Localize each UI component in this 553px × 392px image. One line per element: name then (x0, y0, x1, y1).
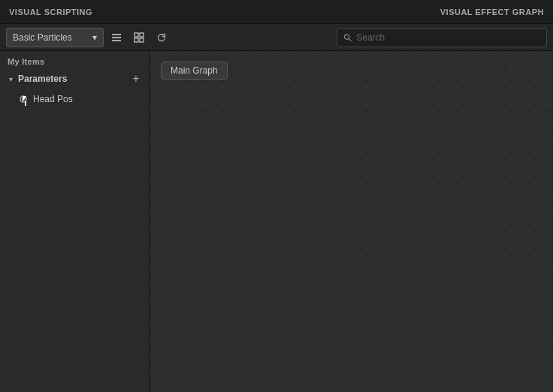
graph-dots-background (150, 51, 553, 392)
layout-icon (134, 32, 144, 43)
header-bar: VISUAL SCRIPTING VISUAL EFFECT GRAPH (0, 0, 553, 24)
particles-dropdown[interactable]: Basic Particles ▾ (6, 28, 104, 47)
search-container (337, 28, 547, 47)
refresh-button[interactable] (152, 28, 171, 47)
svg-rect-2 (112, 40, 121, 41)
graph-area[interactable]: Main Graph (150, 51, 553, 392)
main-graph-tab[interactable]: Main Graph (161, 62, 228, 80)
parameters-group: ▾ Parameters + Head Pos (0, 69, 150, 110)
svg-point-7 (344, 34, 349, 39)
visual-scripting-title: VISUAL SCRIPTING (9, 8, 92, 17)
refresh-icon (156, 32, 167, 43)
main-content: My Items ▾ Parameters + Head Pos (0, 51, 553, 392)
circle-dot-icon (20, 95, 27, 103)
svg-rect-6 (140, 38, 144, 42)
sidebar: My Items ▾ Parameters + Head Pos (0, 51, 150, 392)
svg-rect-3 (134, 33, 138, 37)
list-icon (111, 32, 122, 43)
parameter-icon (18, 94, 29, 104)
svg-line-8 (349, 38, 351, 41)
svg-rect-5 (134, 38, 138, 42)
parameters-label: Parameters (18, 74, 125, 84)
svg-rect-10 (134, 95, 137, 96)
svg-rect-1 (112, 37, 121, 38)
particles-dropdown-select[interactable]: Basic Particles (13, 32, 89, 43)
parameters-group-header[interactable]: ▾ Parameters + (0, 69, 150, 89)
add-parameter-button[interactable]: + (128, 71, 144, 86)
svg-rect-0 (112, 34, 121, 35)
layout-button[interactable] (129, 28, 149, 47)
svg-rect-4 (140, 33, 144, 37)
visual-effect-graph-title: VISUAL EFFECT GRAPH (440, 8, 544, 17)
my-items-header: My Items (0, 51, 150, 69)
toolbar: Basic Particles ▾ (0, 24, 553, 51)
list-item[interactable]: Head Pos (0, 89, 150, 110)
search-icon (343, 33, 352, 42)
trash-icon (131, 95, 141, 104)
search-input[interactable] (356, 32, 540, 43)
dropdown-chevron-icon: ▾ (92, 32, 97, 43)
list-view-button[interactable] (107, 28, 126, 47)
head-pos-label: Head Pos (33, 94, 124, 104)
chevron-down-icon: ▾ (6, 75, 15, 83)
